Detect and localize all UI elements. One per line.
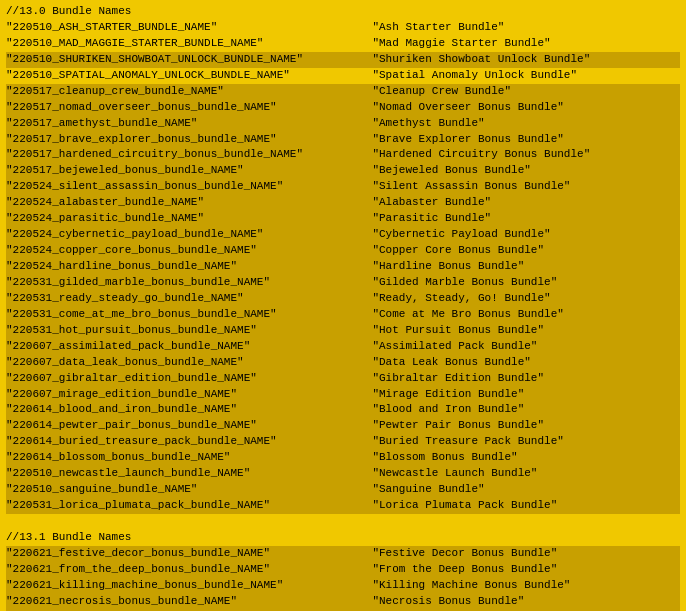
entry-key: "220524_alabaster_bundle_NAME" [6,195,346,211]
list-item: "220524_alabaster_bundle_NAME" "Alabaste… [6,195,680,211]
entry-value: "Brave Explorer Bonus Bundle" [372,132,563,148]
entry-key: "220621_festive_decor_bonus_bundle_NAME" [6,546,346,562]
entry-key: "220517_cleanup_crew_bundle_NAME" [6,84,346,100]
entry-value: "Shuriken Showboat Unlock Bundle" [372,52,590,68]
entry-key: "220510_SPATIAL_ANOMALY_UNLOCK_BUNDLE_NA… [6,68,346,84]
entry-key: "220524_hardline_bonus_bundle_NAME" [6,259,346,275]
entry-key: "220524_cybernetic_payload_bundle_NAME" [6,227,346,243]
list-item: "220510_newcastle_launch_bundle_NAME" "N… [6,466,680,482]
entry-key: "220607_assimilated_pack_bundle_NAME" [6,339,346,355]
entry-key: "220607_gibraltar_edition_bundle_NAME" [6,371,346,387]
entry-key: "220510_SHURIKEN_SHOWBOAT_UNLOCK_BUNDLE_… [6,52,346,68]
entry-value: "Assimilated Pack Bundle" [372,339,537,355]
entry-key: "220517_hardened_circuitry_bonus_bundle_… [6,147,346,163]
entry-key: "220510_newcastle_launch_bundle_NAME" [6,466,346,482]
entry-value: "Killing Machine Bonus Bundle" [372,578,570,594]
entry-key: "220517_nomad_overseer_bonus_bundle_NAME… [6,100,346,116]
entry-key: "220614_blood_and_iron_bundle_NAME" [6,402,346,418]
list-item: "220510_ASH_STARTER_BUNDLE_NAME" "Ash St… [6,20,680,36]
list-item: "220531_lorica_plumata_pack_bundle_NAME"… [6,498,680,514]
list-item: "220607_data_leak_bonus_bundle_NAME" "Da… [6,355,680,371]
list-item: "220524_copper_core_bonus_bundle_NAME" "… [6,243,680,259]
list-item: "220614_buried_treasure_pack_bundle_NAME… [6,434,680,450]
entry-value: "Blossom Bonus Bundle" [372,450,517,466]
list-item: "220517_brave_explorer_bonus_bundle_NAME… [6,132,680,148]
entry-value: "Mad Maggie Starter Bundle" [372,36,550,52]
entry-key: "220614_pewter_pair_bonus_bundle_NAME" [6,418,346,434]
list-item: "220614_blossom_bonus_bundle_NAME" "Blos… [6,450,680,466]
list-item: //13.0 Bundle Names [6,4,680,20]
entry-value: "Spatial Anomaly Unlock Bundle" [372,68,577,84]
list-item [6,514,680,530]
list-item: "220517_nomad_overseer_bonus_bundle_NAME… [6,100,680,116]
list-item: "220607_gibraltar_edition_bundle_NAME" "… [6,371,680,387]
entry-value: "From the Deep Bonus Bundle" [372,562,557,578]
list-item: "220531_ready_steady_go_bundle_NAME" "Re… [6,291,680,307]
entry-value: "Hardened Circuitry Bonus Bundle" [372,147,590,163]
list-item: "220621_killing_machine_bonus_bundle_NAM… [6,578,680,594]
entry-value: "Buried Treasure Pack Bundle" [372,434,563,450]
entry-value: "Hardline Bonus Bundle" [372,259,524,275]
entry-key: "220531_ready_steady_go_bundle_NAME" [6,291,346,307]
list-item: "220607_assimilated_pack_bundle_NAME" "A… [6,339,680,355]
list-item: "220517_bejeweled_bonus_bundle_NAME" "Be… [6,163,680,179]
entry-key: "220614_buried_treasure_pack_bundle_NAME… [6,434,346,450]
list-item: "220524_hardline_bonus_bundle_NAME" "Har… [6,259,680,275]
list-item: "220510_MAD_MAGGIE_STARTER_BUNDLE_NAME" … [6,36,680,52]
list-item: "220614_pewter_pair_bonus_bundle_NAME" "… [6,418,680,434]
entry-value: "Gibraltar Edition Bundle" [372,371,544,387]
entry-key: "220614_blossom_bonus_bundle_NAME" [6,450,346,466]
list-item: "220517_amethyst_bundle_NAME" "Amethyst … [6,116,680,132]
list-item: "220510_SPATIAL_ANOMALY_UNLOCK_BUNDLE_NA… [6,68,680,84]
section-header-text: //13.0 Bundle Names [6,4,131,20]
list-item: "220524_silent_assassin_bonus_bundle_NAM… [6,179,680,195]
entry-key: "220517_amethyst_bundle_NAME" [6,116,346,132]
list-item: "220607_mirage_edition_bundle_NAME" "Mir… [6,387,680,403]
entry-key: "220621_from_the_deep_bonus_bundle_NAME" [6,562,346,578]
entry-value: "Ash Starter Bundle" [372,20,504,36]
entry-key: "220607_data_leak_bonus_bundle_NAME" [6,355,346,371]
list-item: "220510_SHURIKEN_SHOWBOAT_UNLOCK_BUNDLE_… [6,52,680,68]
entry-value: "Bejeweled Bonus Bundle" [372,163,530,179]
entry-value: "Necrosis Bonus Bundle" [372,594,524,610]
list-item: "220524_parasitic_bundle_NAME" "Parasiti… [6,211,680,227]
list-item: "220524_cybernetic_payload_bundle_NAME" … [6,227,680,243]
entry-value: "Gilded Marble Bonus Bundle" [372,275,557,291]
entry-key: "220621_killing_machine_bonus_bundle_NAM… [6,578,346,594]
entry-key: "220524_parasitic_bundle_NAME" [6,211,346,227]
entry-value: "Blood and Iron Bundle" [372,402,524,418]
entry-value: "Amethyst Bundle" [372,116,484,132]
list-item: "220614_blood_and_iron_bundle_NAME" "Blo… [6,402,680,418]
list-item: "220517_cleanup_crew_bundle_NAME" "Clean… [6,84,680,100]
list-item: "220621_from_the_deep_bonus_bundle_NAME"… [6,562,680,578]
entry-key: "220510_MAD_MAGGIE_STARTER_BUNDLE_NAME" [6,36,346,52]
entry-value: "Newcastle Launch Bundle" [372,466,537,482]
entry-value: "Nomad Overseer Bonus Bundle" [372,100,563,116]
entry-value: "Lorica Plumata Pack Bundle" [372,498,557,514]
list-item: "220531_hot_pursuit_bonus_bundle_NAME" "… [6,323,680,339]
entry-value: "Sanguine Bundle" [372,482,484,498]
entry-value: "Copper Core Bonus Bundle" [372,243,544,259]
entry-value: "Silent Assassin Bonus Bundle" [372,179,570,195]
entry-value: "Cleanup Crew Bundle" [372,84,511,100]
entry-key: "220524_silent_assassin_bonus_bundle_NAM… [6,179,346,195]
list-item: "220517_hardened_circuitry_bonus_bundle_… [6,147,680,163]
entry-value: "Data Leak Bonus Bundle" [372,355,530,371]
entry-value: "Festive Decor Bonus Bundle" [372,546,557,562]
entry-key: "220510_ASH_STARTER_BUNDLE_NAME" [6,20,346,36]
list-item: "220531_gilded_marble_bonus_bundle_NAME"… [6,275,680,291]
entry-value: "Hot Pursuit Bonus Bundle" [372,323,544,339]
entry-value: "Parasitic Bundle" [372,211,491,227]
entry-key: "220607_mirage_edition_bundle_NAME" [6,387,346,403]
entry-value: "Pewter Pair Bonus Bundle" [372,418,544,434]
list-item: "220621_necrosis_bonus_bundle_NAME" "Nec… [6,594,680,610]
list-item: "220531_come_at_me_bro_bonus_bundle_NAME… [6,307,680,323]
entry-key: "220524_copper_core_bonus_bundle_NAME" [6,243,346,259]
entry-value: "Alabaster Bundle" [372,195,491,211]
entry-key: "220517_bejeweled_bonus_bundle_NAME" [6,163,346,179]
entry-key: "220531_lorica_plumata_pack_bundle_NAME" [6,498,346,514]
list-item: //13.1 Bundle Names [6,530,680,546]
entry-value: "Mirage Edition Bundle" [372,387,524,403]
entry-key: "220621_necrosis_bonus_bundle_NAME" [6,594,346,610]
entry-key: "220531_come_at_me_bro_bonus_bundle_NAME… [6,307,346,323]
